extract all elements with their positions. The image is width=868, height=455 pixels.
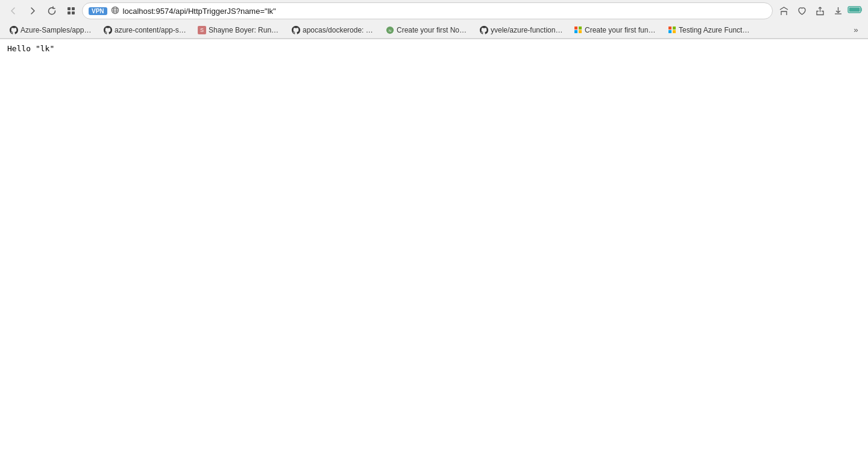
github-favicon-6 bbox=[480, 26, 488, 34]
bookmark-text-3: Shayne Boyer: Runnin... bbox=[209, 26, 281, 34]
share-button[interactable] bbox=[811, 2, 828, 19]
back-button[interactable] bbox=[5, 2, 22, 19]
refresh-button[interactable] bbox=[43, 2, 60, 19]
github-favicon-1 bbox=[10, 26, 18, 34]
person-favicon: S bbox=[198, 26, 206, 34]
bookmark-dockerode[interactable]: apocas/dockerode: D... bbox=[287, 24, 380, 37]
github-favicon-4 bbox=[292, 26, 300, 34]
page-content: Hello "lk" bbox=[0, 39, 868, 455]
browser-chrome: VPN bbox=[0, 0, 868, 39]
bookmark-text-7: Create your first func... bbox=[585, 26, 657, 34]
url-input[interactable] bbox=[123, 7, 766, 16]
svg-rect-0 bbox=[68, 7, 71, 10]
cast-button[interactable] bbox=[775, 2, 792, 19]
svg-rect-2 bbox=[68, 11, 71, 14]
tabs-button[interactable] bbox=[63, 2, 80, 19]
microsoft-favicon-2 bbox=[668, 26, 676, 34]
nodejs-favicon: N bbox=[386, 26, 394, 34]
bookmarks-bar: Azure-Samples/app-s... azure-content/app… bbox=[0, 22, 868, 39]
favorites-button[interactable] bbox=[793, 2, 810, 19]
bookmark-create-func[interactable]: Create your first func... bbox=[569, 24, 662, 37]
toolbar: VPN bbox=[0, 0, 868, 22]
bookmark-text-4: apocas/dockerode: D... bbox=[303, 26, 375, 34]
bookmark-yvele[interactable]: yvele/azure-function-... bbox=[475, 24, 568, 37]
page-body-text: Hello "lk" bbox=[7, 44, 54, 53]
bookmark-shayne-boyer[interactable]: S Shayne Boyer: Runnin... bbox=[193, 24, 286, 37]
bookmark-text-8: Testing Azure Functio... bbox=[679, 26, 751, 34]
vpn-badge: VPN bbox=[89, 7, 107, 15]
bookmark-text-6: yvele/azure-function-... bbox=[491, 26, 563, 34]
forward-button[interactable] bbox=[24, 2, 41, 19]
microsoft-favicon-1 bbox=[574, 26, 582, 34]
address-bar[interactable]: VPN bbox=[82, 2, 773, 19]
bookmark-text-1: Azure-Samples/app-s... bbox=[20, 26, 93, 34]
github-favicon-2 bbox=[104, 26, 112, 34]
download-button[interactable] bbox=[829, 2, 846, 19]
bookmark-azure-content[interactable]: azure-content/app-se... bbox=[99, 24, 192, 37]
globe-icon bbox=[111, 6, 119, 16]
toolbar-actions bbox=[775, 2, 863, 19]
battery-icon bbox=[848, 5, 863, 16]
bookmarks-more-button[interactable]: » bbox=[849, 24, 863, 37]
bookmark-text-2: azure-content/app-se... bbox=[115, 26, 187, 34]
svg-rect-3 bbox=[72, 11, 75, 14]
svg-rect-12 bbox=[849, 8, 860, 12]
bookmark-create-node[interactable]: N Create your first Nod... bbox=[381, 24, 474, 37]
bookmark-azure-samples[interactable]: Azure-Samples/app-s... bbox=[5, 24, 98, 37]
bookmark-text-5: Create your first Nod... bbox=[397, 26, 469, 34]
svg-rect-1 bbox=[72, 7, 75, 10]
bookmark-testing-azure[interactable]: Testing Azure Functio... bbox=[663, 24, 756, 37]
svg-text:N: N bbox=[389, 28, 391, 32]
